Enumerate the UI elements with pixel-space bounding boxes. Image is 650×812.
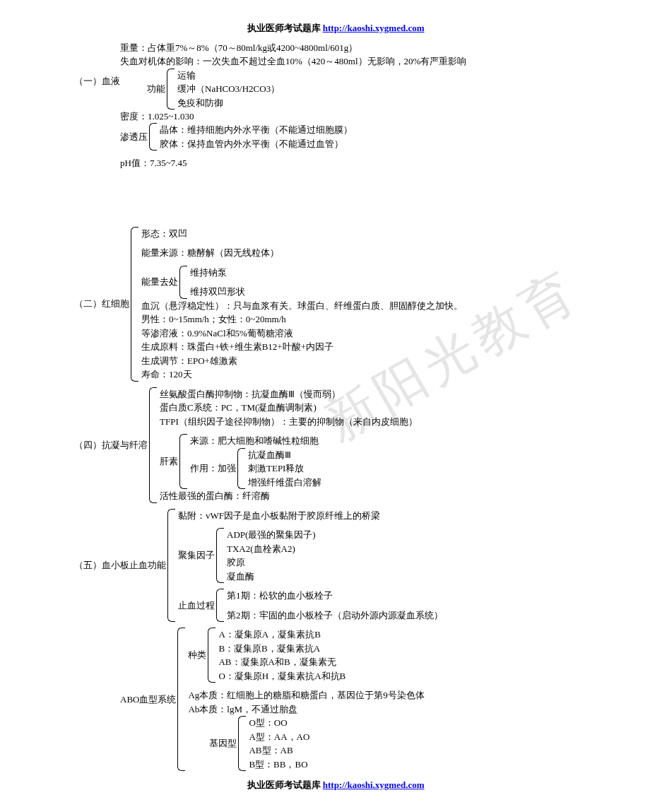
text-line: ADP(最强的聚集因子) [227, 528, 316, 542]
text-line: 蛋白质C系统：PC，TM(凝血酶调制素) [160, 401, 418, 415]
text-line: 来源：肥大细胞和嗜碱性粒细胞 [190, 434, 321, 448]
text-line: 运输 [177, 69, 280, 83]
text-line: 失血对机体的影响：一次失血不超过全血10%（420～480ml）无影响，20%有… [120, 54, 608, 69]
text-line: 黏附：vWF因子是血小板黏附于胶原纤维上的桥梁 [178, 509, 443, 523]
text-line: 等渗溶液：0.9%NaCl和5%葡萄糖溶液 [141, 326, 463, 341]
text-line: 生成原料：珠蛋白+铁+维生素B12+叶酸+内因子 [141, 340, 463, 354]
bracket-icon [149, 123, 157, 151]
label-hemostasis: 止血过程 [178, 589, 216, 622]
text-line: 丝氨酸蛋白酶抑制物：抗凝血酶Ⅲ（慢而弱） [160, 387, 418, 401]
text-line: 胶原 [227, 555, 316, 570]
section-label: （四）抗凝与纤溶 [74, 387, 149, 503]
bracket-icon [237, 448, 245, 490]
text-line: A型：AA，AO [249, 730, 309, 744]
text-line: 增强纤维蛋白溶解 [248, 476, 321, 490]
text-line: TFPI（组织因子途径抑制物）：主要的抑制物（来自内皮细胞） [160, 415, 418, 429]
bracket-icon [216, 528, 224, 583]
text-line: 寿命：120天 [141, 367, 463, 382]
text-line: B：凝集原B，凝集素抗A [218, 642, 345, 656]
text-line: 凝血酶 [227, 570, 316, 584]
text-line: B型：BB，BO [249, 758, 309, 772]
text-line: 能量来源：糖酵解（因无线粒体） [141, 246, 463, 260]
text-line: 维持双凹形状 [190, 285, 245, 299]
text-line: Ab本质：lgM，不通过胎盘 [188, 702, 424, 717]
text-line: 缓冲（NaHCO3/H2CO3） [177, 82, 280, 96]
bracket-icon [208, 628, 215, 683]
label-types: 种类 [188, 628, 208, 683]
footer-link[interactable]: http://kaoshi.xygmed.com [323, 779, 425, 790]
text-line: 刺激TEPI释放 [248, 461, 321, 476]
label-effect: 作用：加强 [190, 448, 237, 490]
label-func: 功能 [147, 69, 167, 110]
section-label: （五）血小板止血功能 [74, 509, 167, 623]
bracket-icon [149, 387, 157, 503]
bracket-icon [167, 69, 175, 110]
page-footer: 执业医师考试题库 http://kaoshi.xygmed.com [64, 778, 608, 792]
text-line: A：凝集原A，凝集素抗B [218, 628, 345, 642]
text-line: 第2期：牢固的血小板栓子（启动外源内源凝血系统） [227, 608, 443, 623]
text-line: O：凝集原H，凝集素抗A和抗B [218, 669, 345, 683]
text-line: 生成调节：EPO+雄激素 [141, 354, 463, 368]
label-genotype: 基因型 [209, 716, 238, 771]
header-link[interactable]: http://kaoshi.xygmed.com [323, 23, 425, 33]
bracket-icon [167, 509, 175, 623]
document-content: 执业医师考试题库 http://kaoshi.xygmed.com 重量：占体重… [64, 21, 608, 792]
text-line: 胶体：保持血管内外水平衡（不能通过血管） [160, 137, 353, 151]
header-title: 执业医师考试题库 [247, 23, 323, 33]
text-line: Ag本质：红细胞上的糖脂和糖蛋白，基因位于第9号染色体 [188, 688, 424, 702]
text-line: 第1期：松软的血小板栓子 [227, 589, 443, 603]
text-line: 男性：0~15mm/h；女性：0~20mm/h [141, 312, 463, 326]
text-line: 密度：1.025~1.030 [120, 110, 608, 124]
text-line: 形态：双凹 [141, 227, 463, 241]
text-line: 重量：占体重7%～8%（70～80ml/kg或4200~4800ml/601g） [120, 41, 608, 55]
bracket-icon [131, 227, 138, 382]
text-line: 抗凝血酶Ⅲ [248, 448, 321, 462]
text-line: 血沉（悬浮稳定性）：只与血浆有关。球蛋白、纤维蛋白质、胆固醇使之加快。 [141, 299, 463, 313]
label-heparin: 肝素 [160, 434, 179, 489]
text-line: 晶体：维持细胞内外水平衡（不能通过细胞膜） [160, 123, 353, 137]
label-energy: 能量去处 [141, 266, 179, 299]
text-line: AB型：AB [249, 743, 309, 758]
section-label-abo: ABO血型系统 [120, 628, 177, 771]
footer-title: 执业医师考试题库 [247, 779, 323, 790]
bracket-icon [238, 716, 246, 771]
text-line: AB：凝集原A和B，凝集素无 [218, 655, 345, 669]
text-line: 维持钠泵 [190, 266, 245, 280]
section-label: （二）红细胞 [74, 227, 131, 382]
text-line: 免疫和防御 [177, 96, 280, 110]
text-line: O型：OO [249, 716, 309, 730]
bracket-icon [177, 628, 185, 771]
bracket-icon [216, 589, 224, 622]
text-line: TXA2(血栓素A2) [227, 542, 316, 556]
bracket-icon [179, 266, 187, 299]
page-header: 执业医师考试题库 http://kaoshi.xygmed.com [64, 21, 608, 35]
text-line: pH值：7.35~7.45 [120, 156, 608, 170]
bracket-icon [179, 434, 187, 489]
label-osm: 渗透压 [120, 123, 149, 151]
label-aggregate: 聚集因子 [178, 528, 216, 583]
text-line: 活性最强的蛋白酶：纤溶酶 [160, 489, 418, 503]
